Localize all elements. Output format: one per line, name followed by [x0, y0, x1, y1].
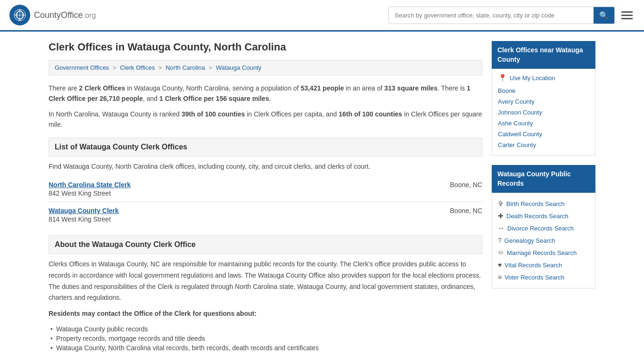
use-location-link[interactable]: 📍 Use My Location	[498, 74, 589, 82]
clerk-name-0[interactable]: North Carolina State Clerk	[49, 181, 131, 189]
genealogy-label: Genealogy Search	[504, 237, 555, 244]
breadcrumb-sep-2: >	[158, 64, 164, 71]
breadcrumb-north-carolina[interactable]: North Carolina	[165, 64, 205, 71]
breadcrumb: Government Offices > Clerk Offices > Nor…	[49, 60, 482, 75]
death-icon: ✚	[498, 212, 504, 220]
clerk-location-1: Boone, NC	[450, 207, 482, 214]
list-section-header: List of Watauga County Clerk Offices	[49, 138, 482, 156]
clerk-info-1: Watauga County Clerk 814 West King Stree…	[49, 207, 119, 223]
clerk-address-0: 842 West King Street	[49, 189, 131, 197]
logo-text: CountyOffice.org	[34, 10, 96, 20]
voter-records-label: Voter Records Search	[504, 274, 564, 281]
nearby-link-carter[interactable]: Carter County	[498, 140, 589, 150]
bullet-item-1: Property records, mortgage records and t…	[56, 334, 482, 343]
search-icon: 🔍	[599, 11, 609, 19]
divorce-records-label: Divorce Records Search	[507, 225, 574, 232]
about-section-header: About the Watauga County Clerk Office	[49, 235, 482, 254]
search-bar: 🔍	[388, 7, 615, 24]
breadcrumb-sep-3: >	[209, 64, 214, 71]
about-bullets: Watauga County public records Property r…	[49, 324, 482, 353]
records-link-vital[interactable]: ♥ Vital Records Search	[498, 259, 589, 271]
site-header: CountyOffice.org 🔍	[0, 0, 644, 32]
list-section-description: Find Watauga County, North Carolina cler…	[49, 161, 482, 172]
sidebar-records-section: Watauga County Public Records ✞ Birth Re…	[492, 165, 595, 288]
sidebar-records-content: ✞ Birth Records Search ✚ Death Records S…	[492, 193, 595, 288]
intro-paragraph-2: In North Carolina, Watauga County is ran…	[49, 109, 482, 130]
offices-list: North Carolina State Clerk 842 West King…	[49, 176, 482, 228]
bullet-item-2: Watauga County, North Carolina vital rec…	[56, 343, 482, 353]
records-link-birth[interactable]: ✞ Birth Records Search	[498, 197, 589, 210]
menu-line-3	[621, 18, 633, 19]
genealogy-icon: ?	[498, 237, 502, 244]
voter-icon: ≡	[498, 273, 502, 281]
logo-icon	[9, 5, 30, 25]
vital-icon: ♥	[498, 261, 502, 269]
breadcrumb-clerk-offices[interactable]: Clerk Offices	[120, 64, 155, 71]
breadcrumb-government-offices[interactable]: Government Offices	[55, 64, 109, 71]
nearby-link-johnson[interactable]: Johnson County	[498, 107, 589, 118]
records-link-genealogy[interactable]: ? Genealogy Search	[498, 234, 589, 247]
header-right: 🔍	[388, 7, 635, 24]
divorce-icon: ↔	[498, 224, 504, 232]
nearby-link-avery[interactable]: Avery County	[498, 96, 589, 107]
sidebar-nearby-section: Clerk Offices near Watauga County 📍 Use …	[492, 41, 595, 156]
hamburger-menu-button[interactable]	[619, 9, 635, 21]
search-input[interactable]	[389, 8, 594, 23]
nearby-link-boone[interactable]: Boone	[498, 85, 589, 96]
vital-records-label: Vital Records Search	[504, 262, 562, 269]
clerk-entry-0: North Carolina State Clerk 842 West King…	[49, 176, 482, 202]
about-paragraph: Clerks Offices in Watauga County, NC are…	[49, 259, 482, 304]
intro-paragraph-1: There are 2 Clerk Offices in Watauga Cou…	[49, 83, 482, 104]
sidebar-nearby-title: Clerk Offices near Watauga County	[492, 41, 595, 69]
sidebar-records-title: Watauga County Public Records	[492, 165, 595, 193]
about-section: About the Watauga County Clerk Office Cl…	[49, 235, 482, 353]
page-title: Clerk Offices in Watauga County, North C…	[49, 41, 482, 53]
death-records-label: Death Records Search	[506, 213, 569, 220]
marriage-records-label: Marriage Records Search	[507, 249, 577, 256]
birth-icon: ✞	[498, 200, 504, 207]
clerk-location-0: Boone, NC	[450, 181, 482, 189]
nearby-link-ashe[interactable]: Ashe County	[498, 118, 589, 129]
records-link-marriage[interactable]: ♾ Marriage Records Search	[498, 247, 589, 259]
clerk-name-1[interactable]: Watauga County Clerk	[49, 207, 119, 214]
main-container: Clerk Offices in Watauga County, North C…	[39, 41, 605, 353]
bullet-item-0: Watauga County public records	[56, 324, 482, 334]
logo-area: CountyOffice.org	[9, 5, 96, 25]
records-link-voter[interactable]: ≡ Voter Records Search	[498, 271, 589, 283]
menu-line-1	[621, 11, 633, 13]
clerk-entry-1: Watauga County Clerk 814 West King Stree…	[49, 202, 482, 228]
clerk-row-0: North Carolina State Clerk 842 West King…	[49, 181, 482, 197]
logo-name: CountyOffice	[34, 10, 83, 20]
records-link-death[interactable]: ✚ Death Records Search	[498, 210, 589, 222]
birth-records-label: Birth Records Search	[506, 200, 565, 207]
use-location-label: Use My Location	[510, 74, 555, 82]
clerk-address-1: 814 West King Street	[49, 215, 119, 223]
about-contact-heading: Residents may contact the Office of the …	[49, 308, 482, 320]
content-area: Clerk Offices in Watauga County, North C…	[49, 41, 482, 353]
location-pin-icon: 📍	[498, 74, 507, 82]
clerk-info-0: North Carolina State Clerk 842 West King…	[49, 181, 131, 197]
sidebar: Clerk Offices near Watauga County 📍 Use …	[492, 41, 595, 353]
records-link-divorce[interactable]: ↔ Divorce Records Search	[498, 222, 589, 234]
search-button[interactable]: 🔍	[594, 7, 614, 24]
breadcrumb-sep-1: >	[113, 64, 118, 71]
logo-ext: .org	[83, 11, 96, 19]
menu-line-2	[621, 15, 633, 16]
nearby-link-caldwell[interactable]: Caldwell County	[498, 129, 589, 140]
marriage-icon: ♾	[498, 249, 504, 256]
clerk-row-1: Watauga County Clerk 814 West King Stree…	[49, 207, 482, 223]
breadcrumb-watauga-county[interactable]: Watauga County	[216, 64, 261, 71]
sidebar-nearby-content: 📍 Use My Location Boone Avery County Joh…	[492, 69, 595, 156]
